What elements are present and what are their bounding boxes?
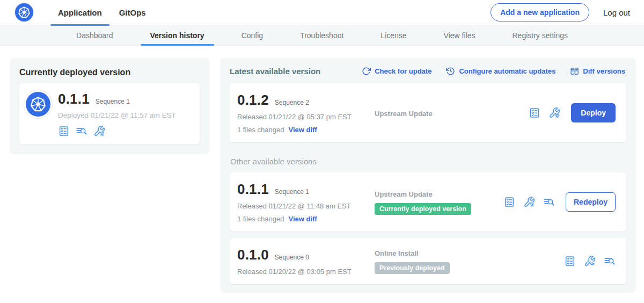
edit-config-icon[interactable]: [548, 107, 560, 119]
version-card-0-1-0: 0.1.0 Sequence 0 Released 01/20/22 @ 03:…: [230, 238, 626, 284]
tab-view-files[interactable]: View files: [441, 25, 479, 46]
version-number: 0.1.1: [237, 181, 269, 198]
version-info: 0.1.2 Sequence 2 Released 01/21/22 @ 05:…: [237, 92, 375, 134]
logout-button[interactable]: Log out: [603, 8, 630, 17]
edit-config-icon[interactable]: [523, 196, 535, 208]
version-actions-group: Redeploy: [503, 192, 616, 212]
diff-versions-label: Diff versions: [583, 67, 625, 75]
tab-version-history-label: Version history: [150, 31, 204, 40]
preflight-checks-icon[interactable]: [58, 125, 70, 137]
deployed-version-number: 0.1.1: [58, 91, 90, 107]
tab-config[interactable]: Config: [238, 25, 266, 46]
tab-license[interactable]: License: [377, 25, 409, 46]
currently-deployed-title: Currently deployed version: [19, 64, 200, 83]
currently-deployed-card: Currently deployed version 0.1.1 Sequenc…: [10, 58, 209, 154]
check-for-update-link[interactable]: Check for update: [362, 67, 431, 76]
sequence-label: Sequence 2: [275, 99, 309, 106]
previously-deployed-badge: Previously deployed: [375, 262, 450, 274]
sequence-label: Sequence 0: [275, 254, 309, 261]
diff-versions-link[interactable]: Diff versions: [570, 67, 625, 76]
top-nav: Application GitOps Add a new application…: [0, 0, 644, 25]
view-config-icon[interactable]: [584, 255, 596, 267]
view-logs-icon[interactable]: [543, 196, 555, 208]
files-changed-label: 1 files changed: [237, 126, 284, 134]
currently-deployed-badge: Currently deployed version: [375, 203, 471, 215]
tab-license-label: License: [380, 31, 406, 40]
source-label: Online Install: [375, 249, 564, 257]
version-actions-group: [564, 255, 616, 267]
tab-troubleshoot-label: Troubleshoot: [300, 31, 343, 40]
other-versions-title: Other available versions: [230, 157, 626, 166]
diff-icon: [570, 67, 579, 76]
released-timestamp: Released 01/21/22 @ 11:48 am EST: [237, 202, 375, 210]
version-source: Upstream Update Currently deployed versi…: [375, 189, 503, 215]
refresh-icon: [362, 67, 371, 76]
tab-dashboard[interactable]: Dashboard: [73, 25, 116, 46]
released-timestamp: Released 01/20/22 @ 03:05 pm EST: [237, 268, 375, 276]
configure-automatic-updates-label: Configure automatic updates: [459, 67, 555, 75]
tab-gitops[interactable]: GitOps: [111, 0, 155, 25]
schedule-icon: [446, 67, 455, 76]
deployed-version-details: 0.1.1 Sequence 1 Deployed 01/21/22 @ 11:…: [58, 91, 176, 137]
preflight-checks-icon[interactable]: [503, 196, 515, 208]
version-card-0-1-2: 0.1.2 Sequence 2 Released 01/21/22 @ 05:…: [230, 83, 626, 142]
version-card-0-1-1: 0.1.1 Sequence 1 Released 01/21/22 @ 11:…: [230, 172, 626, 232]
redeploy-button[interactable]: Redeploy: [566, 192, 616, 212]
version-number: 0.1.0: [237, 247, 269, 263]
tab-registry-settings-label: Registry settings: [513, 31, 568, 40]
check-for-update-label: Check for update: [375, 67, 431, 75]
source-label: Upstream Update: [375, 190, 503, 198]
version-actions: Check for update Configure automatic upd…: [362, 67, 625, 76]
versions-panel-header: Latest available version Check for updat…: [230, 66, 626, 77]
configure-automatic-updates-link[interactable]: Configure automatic updates: [446, 67, 555, 76]
tab-application-label: Application: [58, 8, 102, 17]
tab-registry-settings[interactable]: Registry settings: [509, 25, 571, 46]
preflight-checks-icon[interactable]: [529, 107, 540, 119]
latest-available-title: Latest available version: [230, 67, 320, 76]
released-timestamp: Released 01/21/22 @ 05:37 pm EST: [237, 113, 375, 121]
tab-gitops-label: GitOps: [119, 8, 146, 17]
kubernetes-logo: [15, 3, 33, 21]
view-logs-icon[interactable]: [76, 125, 87, 137]
tab-view-files-label: View files: [444, 31, 475, 40]
preflight-checks-icon[interactable]: [564, 255, 576, 267]
app-sub-nav: Dashboard Version history Config Trouble…: [0, 25, 644, 46]
edit-config-icon[interactable]: [93, 125, 105, 137]
sequence-label: Sequence 1: [275, 188, 309, 196]
version-number: 0.1.2: [237, 92, 269, 109]
versions-panel: Latest available version Check for updat…: [220, 58, 636, 293]
view-logs-icon[interactable]: [604, 255, 616, 267]
view-diff-link[interactable]: View diff: [288, 215, 317, 223]
main-content: Currently deployed version 0.1.1 Sequenc…: [0, 46, 644, 293]
view-diff-link[interactable]: View diff: [288, 126, 317, 134]
source-label: Upstream Update: [375, 110, 529, 118]
deployed-timestamp: Deployed 01/21/22 @ 11:57 am EST: [58, 111, 176, 119]
app-nav-tabs: Application GitOps: [49, 0, 155, 25]
deploy-button[interactable]: Deploy: [571, 103, 616, 122]
tab-version-history[interactable]: Version history: [147, 25, 208, 46]
version-actions-group: Deploy: [529, 103, 616, 122]
version-info: 0.1.0 Sequence 0 Released 01/20/22 @ 03:…: [237, 247, 375, 276]
files-changed-label: 1 files changed: [237, 215, 284, 223]
tab-config-label: Config: [241, 31, 263, 40]
version-info: 0.1.1 Sequence 1 Released 01/21/22 @ 11:…: [237, 181, 375, 223]
app-icon: [26, 92, 50, 117]
add-application-button[interactable]: Add a new application: [491, 3, 589, 21]
top-nav-right: Add a new application Log out: [491, 3, 630, 21]
version-source: Online Install Previously deployed: [375, 248, 564, 274]
tab-dashboard-label: Dashboard: [76, 31, 113, 40]
version-source: Upstream Update: [375, 109, 529, 118]
deployed-version-card: 0.1.1 Sequence 1 Deployed 01/21/22 @ 11:…: [19, 83, 200, 145]
deployed-sequence-label: Sequence 1: [96, 98, 130, 105]
tab-troubleshoot[interactable]: Troubleshoot: [297, 25, 347, 46]
tab-application[interactable]: Application: [49, 0, 111, 25]
